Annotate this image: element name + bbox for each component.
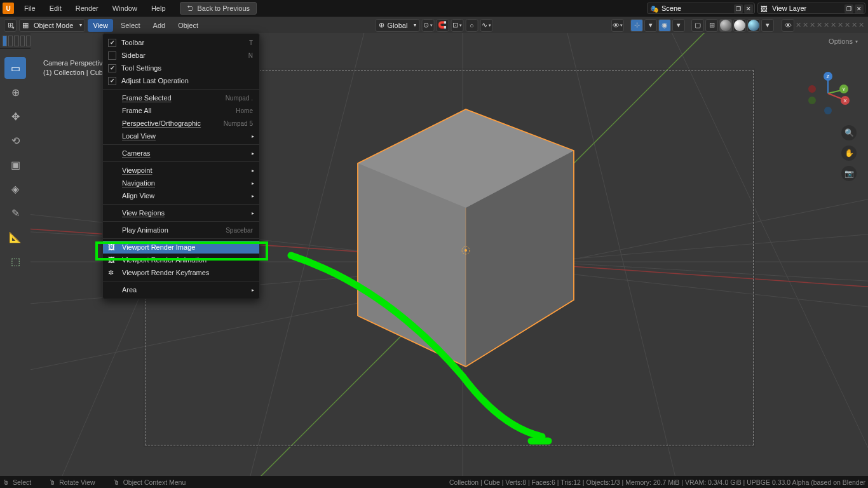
svg-point-23: [808, 97, 816, 104]
render-keyframes-icon: ✲: [108, 269, 118, 277]
menu-area[interactable]: Area▸: [103, 283, 259, 296]
svg-text:Z: Z: [827, 74, 830, 79]
proportional-toggle[interactable]: ○: [465, 19, 478, 32]
tool-select-box[interactable]: ▭: [4, 57, 26, 79]
mode-dropdown[interactable]: ▦ Object Mode ▾: [19, 19, 85, 32]
viewlayer-close-icon[interactable]: ✕: [855, 4, 864, 13]
camera-icon[interactable]: 📷: [841, 166, 857, 181]
tool-transform[interactable]: ◈: [4, 178, 26, 200]
menu-file[interactable]: File: [18, 2, 42, 15]
orientation-label: Global: [388, 22, 408, 29]
tool-rotate[interactable]: ⟲: [4, 130, 26, 151]
mouse-right-icon: 🖱: [113, 478, 120, 486]
viewlayer-field[interactable]: 🖼 View Layer ❐✕: [757, 3, 865, 14]
scene-icon: 🎭: [650, 5, 659, 13]
header-menu-object[interactable]: Object: [173, 19, 203, 32]
app-logo: U: [3, 3, 14, 14]
overlay-dropdown[interactable]: ▾: [672, 19, 685, 32]
menu-local-view[interactable]: Local View▸: [103, 130, 259, 142]
menu-edit[interactable]: Edit: [43, 2, 68, 15]
status-context: Object Context Menu: [123, 478, 186, 486]
overlay-toggle[interactable]: ◉: [658, 19, 671, 32]
scene-copy-icon[interactable]: ❐: [734, 4, 743, 13]
svg-text:X: X: [843, 98, 847, 104]
viewlayer-name: View Layer: [772, 4, 806, 12]
scene-close-icon[interactable]: ✕: [744, 4, 753, 13]
orientation-dropdown[interactable]: ⊕ Global ▾: [376, 19, 420, 32]
pan-icon[interactable]: ✋: [841, 146, 857, 161]
object-mode-icon: ▦: [22, 21, 29, 29]
tool-scale[interactable]: ▣: [4, 154, 26, 175]
menu-toolsettings[interactable]: Tool Settings: [103, 62, 259, 74]
back-label: Back to Previous: [198, 4, 250, 12]
proportional-dropdown[interactable]: ∿▾: [480, 19, 492, 32]
menu-adjustlast[interactable]: Adjust Last Operation: [103, 74, 259, 87]
xray-toggle[interactable]: ▢: [691, 19, 704, 32]
selmode-5[interactable]: [26, 36, 31, 46]
menu-sidebar[interactable]: SidebarN: [103, 49, 259, 62]
tool-move[interactable]: ✥: [4, 105, 26, 127]
selection-mode-row: [0, 33, 31, 49]
tool-cursor[interactable]: ⊕: [4, 81, 26, 103]
shading-dropdown[interactable]: ▾: [761, 19, 774, 32]
status-select: Select: [13, 478, 31, 486]
back-to-previous-button[interactable]: ⮌ Back to Previous: [180, 2, 257, 15]
menu-persp-ortho[interactable]: Perspective/OrthographicNumpad 5: [103, 117, 259, 130]
status-rotate: Rotate View: [59, 478, 95, 486]
back-icon: ⮌: [187, 4, 194, 12]
shading-matpreview[interactable]: [733, 19, 746, 32]
gizmo-dropdown[interactable]: ▾: [644, 19, 657, 32]
scene-field[interactable]: 🎭 Scene ❐✕: [647, 3, 755, 14]
view-menu-dropdown: ToolbarT SidebarN Tool Settings Adjust L…: [102, 33, 260, 299]
menu-cameras[interactable]: Cameras▸: [103, 147, 259, 159]
selmode-1[interactable]: [3, 36, 7, 46]
menu-render[interactable]: Render: [69, 2, 105, 15]
menu-view-regions[interactable]: View Regions▸: [103, 207, 259, 219]
pivot-button[interactable]: ⊙▾: [421, 19, 434, 32]
selmode-2[interactable]: [8, 36, 13, 46]
menu-viewport-render-keyframes[interactable]: ✲Viewport Render Keyframes: [103, 266, 259, 279]
chevron-down-icon: ▾: [79, 22, 82, 28]
svg-line-26: [828, 90, 841, 93]
viewlayer-copy-icon[interactable]: ❐: [844, 4, 853, 13]
header-menu-select[interactable]: Select: [116, 19, 146, 32]
menu-frame-all[interactable]: Frame AllHome: [103, 104, 259, 117]
selmode-3[interactable]: [14, 36, 18, 46]
menu-play-animation[interactable]: Play AnimationSpacebar: [103, 224, 259, 236]
tool-measure[interactable]: 📐: [4, 226, 26, 248]
tool-annotate[interactable]: ✎: [4, 202, 26, 224]
menu-viewport-render-animation[interactable]: 🖼Viewport Render Animation: [103, 254, 259, 266]
menu-navigation[interactable]: Navigation▸: [103, 177, 259, 189]
menu-frame-selected[interactable]: Frame SelectedNumpad .: [103, 92, 259, 104]
menu-help[interactable]: Help: [145, 2, 172, 15]
viewlayer-icon: 🖼: [761, 5, 768, 13]
menu-toolbar[interactable]: ToolbarT: [103, 36, 259, 49]
orientation-icon: ⊕: [379, 21, 384, 29]
header-menu-view[interactable]: View: [88, 19, 113, 32]
viewport-side-controls: 🔍 ✋ 📷: [841, 125, 857, 181]
menu-viewport-render-image[interactable]: 🖼Viewport Render Image: [103, 241, 259, 254]
tool-add-cube[interactable]: ⬚: [4, 250, 26, 272]
toolbar: ▭ ⊕ ✥ ⟲ ▣ ◈ ✎ 📐 ⬚: [0, 33, 31, 476]
menu-window[interactable]: Window: [106, 2, 144, 15]
mouse-middle-icon: 🖱: [49, 478, 56, 486]
snap-toggle[interactable]: 🧲: [436, 19, 449, 32]
shading-wire[interactable]: ⊞: [705, 19, 718, 32]
visibility-button[interactable]: 👁▾: [611, 19, 624, 32]
shading-solid[interactable]: [719, 19, 732, 32]
mode-label: Object Mode: [34, 22, 73, 29]
restrict-select[interactable]: 👁: [782, 19, 794, 32]
snap-dropdown[interactable]: ⊡▾: [451, 19, 463, 32]
editor-type-button[interactable]: ⊞▾: [4, 19, 17, 32]
options-button[interactable]: Options ▾: [824, 36, 863, 47]
shading-rendered[interactable]: [747, 19, 760, 32]
svg-point-22: [808, 85, 816, 93]
selmode-4[interactable]: [20, 36, 25, 46]
menu-align-view[interactable]: Align View▸: [103, 189, 259, 202]
header-menu-add[interactable]: Add: [148, 19, 171, 32]
nav-gizmo[interactable]: Z Y X: [806, 71, 850, 116]
menu-viewpoint[interactable]: Viewpoint▸: [103, 164, 259, 177]
gizmo-toggle[interactable]: ⊹: [630, 19, 643, 32]
status-bar: 🖱Select 🖱Rotate View 🖱Object Context Men…: [0, 476, 868, 488]
zoom-icon[interactable]: 🔍: [841, 125, 857, 140]
